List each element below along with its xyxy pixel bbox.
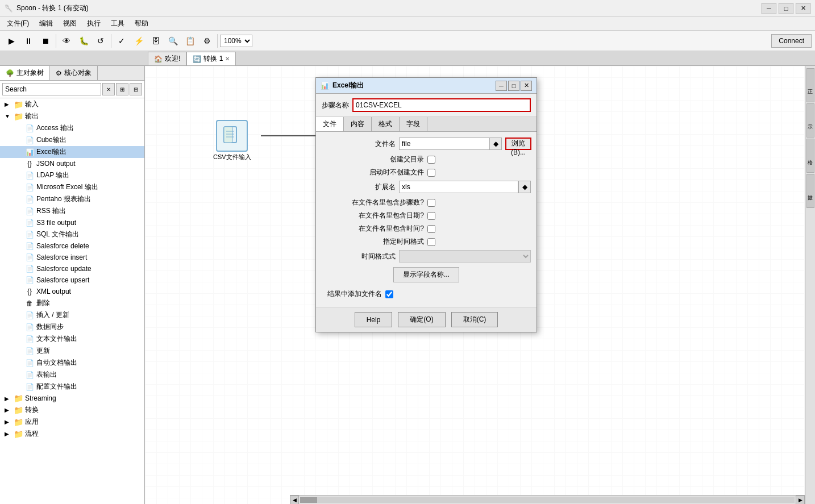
- cancel-button[interactable]: 取消(C): [451, 312, 498, 327]
- tree-arrow-transform[interactable]: ▶: [5, 407, 11, 413]
- search-clear-button[interactable]: ✕: [102, 83, 115, 95]
- result-button[interactable]: 📋: [182, 33, 198, 49]
- filename-variable-icon[interactable]: ◆: [489, 138, 502, 150]
- tree-item-delete[interactable]: 🗑删除: [0, 297, 144, 309]
- step-node-csv[interactable]: CSV文件输入: [213, 120, 251, 161]
- menu-execute[interactable]: 执行: [82, 18, 105, 30]
- menu-tools[interactable]: 工具: [106, 18, 129, 30]
- dialog-close-button[interactable]: ✕: [521, 81, 532, 91]
- tree-item-xml[interactable]: {}XML output: [0, 286, 144, 297]
- dialog-tab-file[interactable]: 文件: [316, 117, 344, 131]
- tree-item-sfinsert[interactable]: 📄Salesforce insert: [0, 252, 144, 263]
- tab-transform[interactable]: 🔄 转换 1 ✕: [186, 52, 236, 65]
- tree-item-sfdelete[interactable]: 📄Salesforce delete: [0, 240, 144, 252]
- tree-arrow-input[interactable]: ▶: [5, 101, 11, 107]
- tree-item-sfupsert[interactable]: 📄Salesforce upsert: [0, 274, 144, 286]
- tree-item-rss[interactable]: 📄RSS 输出: [0, 205, 144, 217]
- panel-tab-core-objects[interactable]: ⚙ 核心对象: [50, 66, 98, 80]
- tree-item-configout[interactable]: 📄配置文件输出: [0, 381, 144, 393]
- tree-item-json[interactable]: {}JSON output: [0, 158, 144, 169]
- impact-button[interactable]: ⚡: [131, 33, 147, 49]
- menu-help[interactable]: 帮助: [130, 18, 153, 30]
- close-button[interactable]: ✕: [796, 3, 810, 14]
- tree-arrow-output[interactable]: ▼: [5, 113, 11, 119]
- maximize-button[interactable]: □: [779, 3, 793, 14]
- tab-close-icon[interactable]: ✕: [225, 56, 230, 62]
- tree-arrow-flow[interactable]: ▶: [5, 431, 11, 437]
- tree-item-tableout[interactable]: 📄表输出: [0, 369, 144, 381]
- edge-btn-2[interactable]: 示: [806, 103, 814, 138]
- tree-item-transform[interactable]: ▶📁转换: [0, 404, 144, 416]
- debug-button[interactable]: 🐛: [76, 33, 92, 49]
- tree-item-sfupdate[interactable]: 📄Salesforce update: [0, 263, 144, 274]
- tree-item-excel[interactable]: 📊Excel输出: [0, 146, 144, 158]
- create-parent-checkbox[interactable]: [427, 156, 435, 164]
- config-button[interactable]: ⚙: [199, 33, 215, 49]
- menu-file[interactable]: 文件(F): [2, 18, 34, 30]
- connect-button[interactable]: Connect: [771, 34, 812, 48]
- preview-button[interactable]: 👁: [59, 33, 74, 49]
- tree-item-update[interactable]: 📄更新: [0, 345, 144, 357]
- edge-btn-1[interactable]: 正: [806, 68, 814, 102]
- explore-button[interactable]: 🔍: [165, 33, 181, 49]
- include-stepnr-checkbox[interactable]: [427, 199, 435, 207]
- extension-input[interactable]: [399, 181, 518, 193]
- filename-input[interactable]: [399, 138, 489, 150]
- dialog-maximize-button[interactable]: □: [508, 81, 519, 91]
- tree-arrow-streaming[interactable]: ▶: [5, 395, 11, 402]
- tree-item-cube[interactable]: 📄Cube输出: [0, 134, 144, 146]
- dialog-tab-format[interactable]: 格式: [372, 117, 400, 131]
- zoom-select[interactable]: 100% 50% 75% 125% 150% 200%: [220, 35, 252, 47]
- include-time-checkbox[interactable]: [427, 225, 435, 233]
- search-collapse-button[interactable]: ⊟: [130, 83, 142, 95]
- dialog-tab-fields[interactable]: 字段: [400, 117, 427, 131]
- run-button[interactable]: ▶: [3, 33, 19, 49]
- tab-welcome[interactable]: 🏠 欢迎!: [148, 52, 186, 65]
- add-filename-checkbox[interactable]: [385, 290, 393, 298]
- tree-item-sql[interactable]: 📄SQL 文件输出: [0, 228, 144, 240]
- tree-item-s3[interactable]: 📄S3 file output: [0, 217, 144, 228]
- scroll-right-button[interactable]: ▶: [796, 495, 805, 505]
- ok-button[interactable]: 确定(O): [398, 312, 445, 327]
- pause-button[interactable]: ⏸: [20, 33, 36, 49]
- dialog-tab-content[interactable]: 内容: [344, 117, 372, 131]
- sql-button[interactable]: 🗄: [148, 33, 164, 49]
- tree-item-output[interactable]: ▼📁输出: [0, 110, 144, 122]
- tree-item-ldap[interactable]: 📄LDAP 输出: [0, 169, 144, 181]
- tree-item-app[interactable]: ▶📁应用: [0, 416, 144, 428]
- step-name-input[interactable]: [352, 98, 531, 112]
- tree-item-autodoc[interactable]: 📄自动文档输出: [0, 357, 144, 369]
- no-create-checkbox[interactable]: [427, 169, 435, 177]
- edge-btn-4[interactable]: 撤: [806, 174, 814, 208]
- tree-item-msexcel[interactable]: 📄Microsoft Excel 输出: [0, 181, 144, 193]
- specify-timeformat-checkbox[interactable]: [427, 238, 435, 246]
- menu-edit[interactable]: 编辑: [35, 18, 57, 30]
- tree-arrow-app[interactable]: ▶: [5, 419, 11, 425]
- tree-item-streaming[interactable]: ▶📁Streaming: [0, 393, 144, 404]
- extension-variable-icon[interactable]: ◆: [518, 181, 531, 193]
- minimize-button[interactable]: ─: [762, 3, 776, 14]
- canvas-area[interactable]: CSV文件输入 X Excel输出: [145, 66, 815, 504]
- include-date-checkbox[interactable]: [427, 212, 435, 220]
- menu-view[interactable]: 视图: [59, 18, 81, 30]
- tree-item-sync[interactable]: 📄数据同步: [0, 321, 144, 333]
- search-input[interactable]: [2, 83, 101, 95]
- scroll-left-button[interactable]: ◀: [290, 495, 299, 505]
- bottom-scrollbar[interactable]: ◀ ▶: [290, 495, 805, 504]
- help-button[interactable]: Help: [355, 312, 393, 327]
- dialog-minimize-button[interactable]: ─: [496, 81, 507, 91]
- tree-item-input[interactable]: ▶📁输入: [0, 98, 144, 110]
- tree-item-pentaho[interactable]: 📄Pentaho 报表输出: [0, 193, 144, 205]
- stop-button[interactable]: ⏹: [38, 33, 53, 49]
- tree-item-flow[interactable]: ▶📁流程: [0, 428, 144, 440]
- tree-item-textfile[interactable]: 📄文本文件输出: [0, 333, 144, 345]
- search-expand-button[interactable]: ⊞: [116, 83, 128, 95]
- timeformat-select[interactable]: [399, 250, 531, 263]
- panel-tab-main-tree[interactable]: 🌳 主对象树: [0, 66, 50, 80]
- browse-button[interactable]: 浏览(B)...: [505, 138, 531, 150]
- show-fields-button[interactable]: 显示字段名称...: [393, 267, 459, 282]
- edge-btn-3[interactable]: 格: [806, 139, 814, 173]
- replay-button[interactable]: ↺: [93, 33, 109, 49]
- tree-item-access[interactable]: 📄Access 输出: [0, 122, 144, 134]
- tree-item-insert[interactable]: 📄插入 / 更新: [0, 309, 144, 321]
